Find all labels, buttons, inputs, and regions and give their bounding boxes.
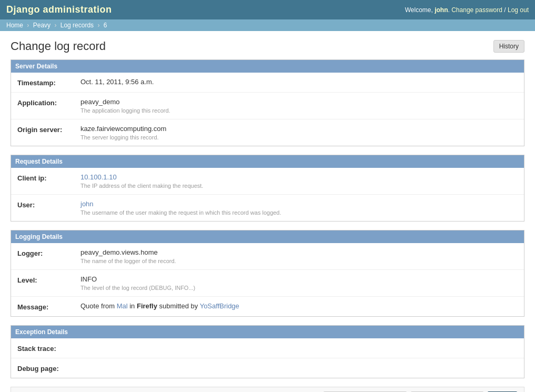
field-logger-label: Logger: [17, 248, 80, 257]
field-client-ip-help: The IP address of the client making the … [80, 183, 518, 189]
site-header: Django administration Welcome, john. Cha… [0, 0, 535, 19]
section-exception-details: Exception details Stack trace: Debug pag… [11, 325, 524, 378]
message-firefly-bold: Firefly [137, 302, 157, 310]
field-application-label: Application: [17, 98, 80, 107]
submit-row: ✖ Delete Save and continue editing Save … [11, 387, 524, 392]
breadcrumb-sep-3: › [97, 22, 99, 29]
field-user-value: john [80, 200, 518, 208]
field-application-content: peavy_demo The application logging this … [80, 98, 518, 114]
section-request-details: Request details Client ip: 10.100.1.10 T… [11, 155, 524, 222]
field-level-content: INFO The level of the log record (DEBUG,… [80, 275, 518, 291]
section-exception-details-heading: Exception details [11, 326, 524, 338]
field-stack-trace: Stack trace: [11, 338, 524, 358]
user-info: Welcome, john. Change password / Log out [405, 6, 529, 14]
field-user-content: john The username of the user making the… [80, 200, 518, 216]
logout-link[interactable]: Log out [508, 6, 529, 14]
section-logging-details: Logging details Logger: peavy_demo.views… [11, 230, 524, 317]
field-level-label: Level: [17, 275, 80, 284]
field-message-label: Message: [17, 302, 80, 311]
breadcrumb-log-records[interactable]: Log records [60, 22, 94, 29]
field-application: Application: peavy_demo The application … [11, 93, 524, 119]
section-logging-details-heading: Logging details [11, 230, 524, 243]
message-mal-link[interactable]: Mal [117, 302, 128, 310]
field-logger-value: peavy_demo.views.home [80, 248, 518, 256]
username: john [435, 6, 448, 14]
field-level-help: The level of the log record (DEBUG, INFO… [80, 285, 518, 291]
field-client-ip: Client ip: 10.100.1.10 The IP address of… [11, 168, 524, 195]
field-origin-server-content: kaze.fairviewcomputing.com The server lo… [80, 125, 518, 140]
section-request-details-heading: Request details [11, 155, 524, 168]
field-origin-server-value: kaze.fairviewcomputing.com [80, 125, 518, 133]
field-user-label: User: [17, 200, 80, 209]
field-application-value: peavy_demo [80, 98, 518, 106]
breadcrumb: Home › Peavy › Log records › 6 [0, 19, 535, 31]
field-origin-server: Origin server: kaze.fairviewcomputing.co… [11, 119, 524, 146]
section-server-details-heading: Server details [11, 60, 524, 73]
field-debug-page-label: Debug page: [17, 364, 80, 373]
field-logger: Logger: peavy_demo.views.home The name o… [11, 243, 524, 270]
breadcrumb-record-id[interactable]: 6 [104, 22, 107, 29]
field-client-ip-label: Client ip: [17, 173, 80, 182]
breadcrumb-peavy[interactable]: Peavy [33, 22, 51, 29]
field-logger-help: The name of the logger of the record. [80, 258, 518, 264]
change-password-link[interactable]: Change password [451, 6, 502, 14]
section-server-details: Server details Timestamp: Oct. 11, 2011,… [11, 59, 524, 146]
field-client-ip-value: 10.100.1.10 [80, 173, 518, 181]
message-yosaffbridge-link[interactable]: YoSaffBridge [200, 302, 239, 310]
breadcrumb-home[interactable]: Home [6, 22, 23, 29]
breadcrumb-sep-1: › [27, 22, 29, 29]
field-timestamp-value: Oct. 11, 2011, 9:56 a.m. [80, 78, 518, 86]
field-level: Level: INFO The level of the log record … [11, 270, 524, 297]
field-client-ip-content: 10.100.1.10 The IP address of the client… [80, 173, 518, 189]
field-timestamp: Timestamp: Oct. 11, 2011, 9:56 a.m. [11, 73, 524, 93]
breadcrumb-sep-2: › [54, 22, 56, 29]
field-user-help: The username of the user making the requ… [80, 209, 518, 216]
history-button[interactable]: History [493, 40, 524, 53]
field-user: User: john The username of the user maki… [11, 195, 524, 221]
field-timestamp-content: Oct. 11, 2011, 9:56 a.m. [80, 78, 518, 86]
welcome-text: Welcome, [405, 6, 433, 14]
field-message-value: Quote from Mal in Firefly submitted by Y… [80, 302, 518, 310]
field-debug-page: Debug page: [11, 358, 524, 378]
field-stack-trace-label: Stack trace: [17, 344, 80, 353]
main-content: Change log record History Server details… [0, 31, 535, 392]
title-row: Change log record History [11, 39, 524, 53]
page-title: Change log record [11, 39, 106, 53]
field-timestamp-label: Timestamp: [17, 78, 80, 87]
site-title: Django administration [6, 4, 112, 15]
field-level-value: INFO [80, 275, 518, 283]
field-application-help: The application logging this record. [80, 107, 518, 114]
field-message: Message: Quote from Mal in Firefly submi… [11, 297, 524, 316]
field-message-content: Quote from Mal in Firefly submitted by Y… [80, 302, 518, 310]
field-origin-server-help: The server logging this record. [80, 134, 518, 140]
field-logger-content: peavy_demo.views.home The name of the lo… [80, 248, 518, 264]
field-origin-server-label: Origin server: [17, 125, 80, 134]
